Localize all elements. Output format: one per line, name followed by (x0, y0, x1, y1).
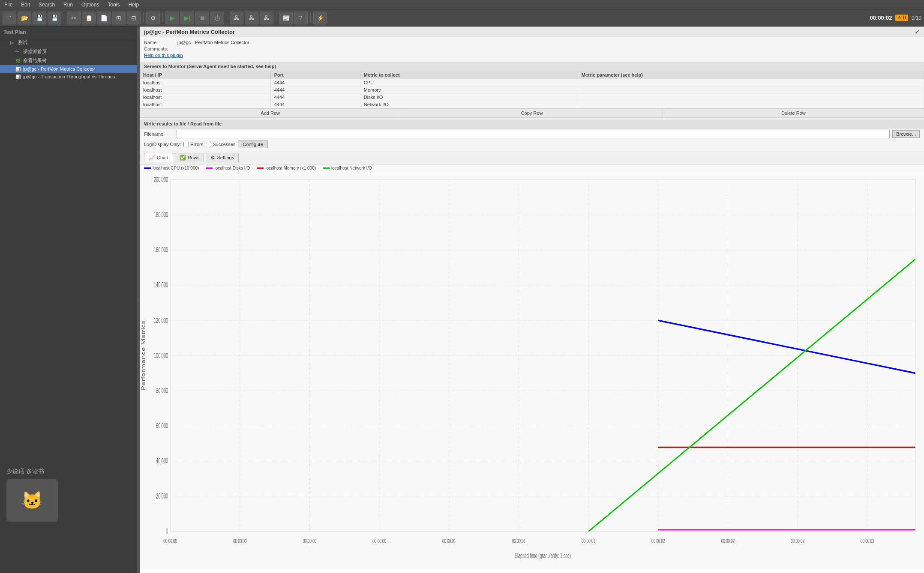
help-link[interactable]: Help on this plugin (144, 53, 183, 58)
extra-btn[interactable]: ⚡ (313, 12, 327, 24)
file-section: Write results to file / Read from file F… (140, 118, 924, 151)
template-btn[interactable]: 📰 (279, 12, 293, 24)
svg-text:00:00:01: 00:00:01 (582, 537, 595, 544)
table-row[interactable]: localhost4444Network I/O (140, 101, 924, 108)
copy-btn[interactable]: 📋 (82, 12, 96, 24)
menu-edit[interactable]: Edit (19, 1, 32, 9)
main-layout: Test Plan ▷ 测试 ✏ 课堂派首页 🌿 察看结果树 📊 jp@gc -… (0, 27, 924, 573)
legend-memory: localhost Memory (x1 000) (257, 166, 316, 170)
menu-tools[interactable]: Tools (106, 1, 121, 9)
sidebar-item-perfmon[interactable]: 📊 jp@gc - PerfMon Metrics Collector (0, 65, 137, 73)
tab-chart[interactable]: 📈 Chart (144, 153, 173, 162)
divider5 (276, 13, 276, 23)
legend-memory-label: localhost Memory (x1 000) (265, 166, 316, 170)
add-row-btn[interactable]: Add Row (140, 109, 401, 117)
start-btn[interactable]: ▶ (165, 12, 179, 24)
remote-exit-btn[interactable]: 🖧 (260, 12, 273, 24)
svg-text:40 000: 40 000 (156, 457, 168, 465)
filename-input[interactable] (177, 130, 890, 138)
tab-settings[interactable]: ⚙ Settings (206, 153, 239, 162)
svg-rect-0 (140, 172, 924, 570)
new-btn[interactable]: 🗋 (3, 12, 16, 24)
settings-tab-label: Settings (217, 155, 234, 160)
errors-label: Errors (190, 142, 203, 147)
settings-btn[interactable]: ⚙ (146, 12, 160, 24)
sidebar: Test Plan ▷ 测试 ✏ 课堂派首页 🌿 察看结果树 📊 jp@gc -… (0, 27, 137, 573)
chart-tab-icon: 📈 (149, 155, 155, 161)
sidebar-label-result: 察看结果树 (23, 57, 47, 64)
successes-checkbox[interactable] (206, 142, 211, 147)
svg-text:00:00:00: 00:00:00 (233, 537, 247, 544)
save-as-btn[interactable]: 💾 (48, 12, 61, 24)
svg-text:60 000: 60 000 (156, 422, 168, 430)
remote-stop-btn[interactable]: 🖧 (245, 12, 258, 24)
stop-btn[interactable]: ⏹ (195, 12, 209, 24)
legend-cpu: localhost CPU (x10 000) (144, 166, 199, 170)
filename-label: Filename (144, 131, 174, 137)
table-cell-host: localhost (140, 94, 270, 101)
menu-file[interactable]: File (3, 1, 14, 9)
configure-btn[interactable]: Configure (238, 140, 268, 148)
expand-btn[interactable]: ⊞ (112, 12, 126, 24)
comments-label: Comments: (144, 46, 174, 51)
menu-options[interactable]: Options (80, 1, 101, 9)
expand-icon[interactable]: ⤢ (915, 28, 920, 35)
sidebar-item-throughput[interactable]: 📊 jp@gc - Transaction Throughput vs Thre… (0, 73, 137, 81)
cut-btn[interactable]: ✂ (67, 12, 81, 24)
open-btn[interactable]: 📂 (18, 12, 31, 24)
throughput-icon: 📊 (15, 75, 21, 79)
sidebar-item-home[interactable]: ✏ 课堂派首页 (0, 47, 137, 56)
name-value: jp@gc - PerfMon Metrics Collector (177, 40, 249, 45)
help-row: Help on this plugin (144, 53, 920, 58)
col-host: Host / IP (140, 71, 270, 79)
legend-disk-label: localhost Disks I/O (214, 166, 250, 170)
chart-legend: localhost CPU (x10 000) localhost Disks … (140, 164, 924, 172)
shutdown-btn[interactable]: ⏻ (210, 12, 224, 24)
divider6 (310, 13, 311, 23)
table-actions: Add Row Copy Row Delete Row (140, 108, 924, 117)
delete-row-btn[interactable]: Delete Row (663, 109, 924, 117)
successes-checkbox-label[interactable]: Successes (206, 142, 235, 147)
result-icon: 🌿 (15, 58, 21, 63)
svg-text:00:00:01: 00:00:01 (442, 537, 456, 544)
tab-rows[interactable]: ✅ Rows (175, 153, 204, 162)
legend-network-label: localhost Network I/O (331, 166, 372, 170)
errors-checkbox[interactable] (183, 142, 189, 147)
rows-tab-icon: ✅ (180, 155, 186, 161)
menu-run[interactable]: Run (62, 1, 75, 9)
save-btn[interactable]: 💾 (33, 12, 46, 24)
remote-start-btn[interactable]: 🖧 (230, 12, 243, 24)
copy-row-btn[interactable]: Copy Row (401, 109, 663, 117)
start-no-pause-btn[interactable]: ▶| (180, 12, 194, 24)
table-row[interactable]: localhost4444Disks I/O (140, 94, 924, 101)
legend-cpu-color (144, 167, 151, 169)
servers-section: Servers to Monitor (ServerAgent must be … (140, 62, 924, 118)
table-row[interactable]: localhost4444CPU (140, 79, 924, 87)
sidebar-item-test[interactable]: ▷ 测试 (0, 38, 137, 47)
table-cell-metric: CPU (360, 79, 578, 87)
sidebar-label-throughput: jp@gc - Transaction Throughput vs Thread… (23, 74, 115, 79)
help-btn[interactable]: ? (294, 12, 308, 24)
menu-help[interactable]: Help (126, 1, 141, 9)
toolbar: 🗋 📂 💾 💾 ✂ 📋 📄 ⊞ ⊟ ⚙ ▶ ▶| ⏹ ⏻ 🖧 🖧 🖧 📰 ? ⚡… (0, 9, 924, 27)
name-row: Name: jp@gc - PerfMon Metrics Collector (144, 40, 920, 45)
chart-svg: 0 20 000 40 000 60 000 80 000 100 000 12… (140, 172, 924, 570)
legend-memory-color (257, 167, 264, 169)
svg-text:120 000: 120 000 (154, 316, 168, 324)
sidebar-item-result[interactable]: 🌿 察看结果树 (0, 56, 137, 65)
collapse-btn[interactable]: ⊟ (127, 12, 141, 24)
menu-bar: File Edit Search Run Options Tools Help (0, 0, 924, 9)
file-row: Filename Browse... (140, 128, 924, 140)
browse-btn[interactable]: Browse... (892, 130, 920, 138)
svg-text:00:00:00: 00:00:00 (163, 537, 177, 544)
home-icon: ✏ (15, 49, 21, 54)
menu-search[interactable]: Search (37, 1, 57, 9)
legend-network: localhost Network I/O (323, 166, 372, 170)
table-row[interactable]: localhost4444Memory (140, 87, 924, 94)
table-cell-metric: Memory (360, 87, 578, 94)
errors-checkbox-label[interactable]: Errors (183, 142, 203, 147)
sidebar-label-home: 课堂派首页 (23, 48, 47, 55)
divider2 (143, 13, 144, 23)
watermark-text: 少说话 多读书 (6, 468, 92, 475)
paste-btn[interactable]: 📄 (97, 12, 111, 24)
